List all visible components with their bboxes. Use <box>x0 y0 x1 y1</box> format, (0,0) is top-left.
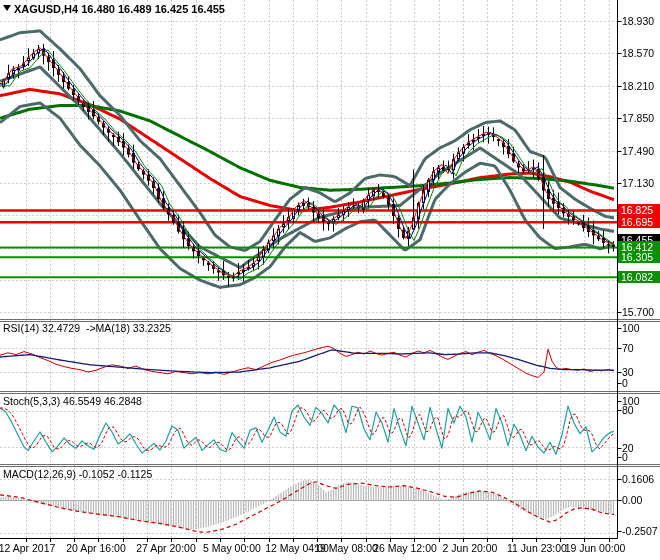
price-axis-label: 18.570 <box>622 47 654 59</box>
time-axis-label: 27 Apr 20:00 <box>136 542 196 554</box>
indicator-axis-label: 70 <box>622 342 634 354</box>
price-line-label: 16.695 <box>618 216 660 228</box>
price-axis-label: 17.490 <box>622 145 654 157</box>
indicator-axis-label: 0 <box>622 451 628 463</box>
price-axis-label: 15.700 <box>622 306 654 318</box>
price-axis-label: 18.930 <box>622 15 654 27</box>
indicator-axis-label: 0 <box>622 377 628 389</box>
time-axis-label: 19 Jun 00:00 <box>565 542 626 554</box>
price-line-label: 16.305 <box>618 251 660 263</box>
indicator-axis-label: 0.00 <box>622 494 642 506</box>
rsi-panel-title: RSI(14) 32.4729 ->MA(18) 33.2325 <box>3 322 171 334</box>
symbol-dropdown-icon[interactable] <box>3 5 11 11</box>
time-axis-label: 11 Jun 23:00 <box>507 542 567 554</box>
indicator-axis-label: 80 <box>622 404 634 416</box>
indicator-axis-label: 100 <box>622 322 640 334</box>
indicator-axis-label: 0.1606 <box>622 473 654 485</box>
time-axis-label: 12 Apr 2017 <box>0 542 55 554</box>
trading-terminal-chart-window: XAGUSD,H4 16.480 16.489 16.425 16.455 RS… <box>0 0 660 560</box>
stoch-panel-title: Stoch(5,3,3) 46.5549 46.2848 <box>3 395 142 407</box>
indicator-axis-label: -0.2507 <box>622 525 658 537</box>
price-axis-label: 18.210 <box>622 80 654 92</box>
price-line-label: 16.082 <box>618 271 660 283</box>
time-axis-label: 5 May 00:00 <box>203 542 261 554</box>
macd-panel-title: MACD(12,26,9) -0.1052 -0.1125 <box>3 468 152 480</box>
price-axis-label: 17.130 <box>622 177 654 189</box>
chart-header-ohlc: XAGUSD,H4 16.480 16.489 16.425 16.455 <box>14 3 225 15</box>
price-line-label: 16.825 <box>618 204 660 216</box>
time-axis-label: 26 May 12:00 <box>373 542 437 554</box>
time-axis-label: 19 May 08:00 <box>314 542 378 554</box>
price-axis-label: 17.850 <box>622 112 654 124</box>
time-axis-label: 2 Jun 20:00 <box>443 542 498 554</box>
time-axis-label: 20 Apr 16:00 <box>66 542 126 554</box>
